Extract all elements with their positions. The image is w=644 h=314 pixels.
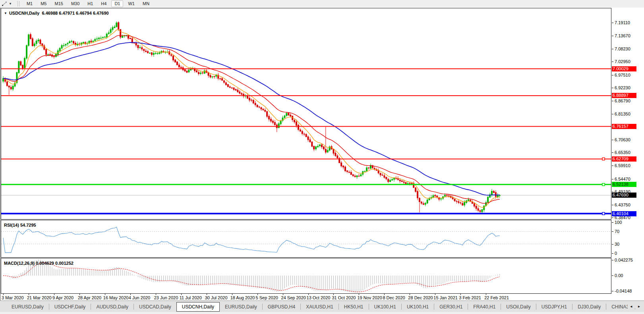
main-price-panel[interactable]: ▼USDCNH,Daily 6.46988 6.47971 6.46794 6.… [1,8,611,219]
date-label: 5 Sep 2020 [256,295,278,300]
tab-usdcnh-daily[interactable]: USDCNH,Daily [176,302,220,312]
timeframe-button-M5[interactable]: M5 [37,0,50,7]
rsi-line [3,227,500,252]
tab-xauusd-h1[interactable]: XAUUSD,H1 [301,302,338,312]
rsi-axis-tick: 0 [615,251,617,256]
date-label: 4 Jun 2020 [129,295,150,300]
axis-tick-mark [612,114,613,114]
price-axis-tick: 6.86790 [615,98,630,103]
date-tick-mark [79,294,80,295]
macd-axis-tick: -0.04148 [615,289,632,293]
date-label: 3 Feb 2021 [459,295,481,300]
tab-usdjpy-h1[interactable]: USDJPY,H1 [536,302,572,312]
date-label: 13 Oct 2020 [307,295,331,300]
date-tick-mark [54,294,54,295]
axis-tick-mark [612,205,613,205]
price-line-label-6.47690[interactable]: 6.47690 [612,193,636,198]
date-tick-mark [359,294,359,295]
tab-usoil-daily[interactable]: USOil,Daily [501,302,536,312]
axis-tick-mark [612,88,613,88]
timeframe-button-MN[interactable]: MN [139,0,153,7]
tab-gbpusd-h4[interactable]: GBPUSD,H4 [263,302,300,312]
date-label: 28 Apr 2020 [78,295,101,300]
axis-tick-mark [612,49,613,49]
tab-uk100-h1[interactable]: UK100,H1 [369,302,401,312]
date-label: 8 Dec 2020 [383,295,405,300]
axis-tick-mark [612,218,613,218]
macd-indicator-panel[interactable]: MACD(12,26,9) 0.004629 0.001252 [1,258,611,293]
chart-window: ▼USDCNH,Daily 6.46988 6.47971 6.46794 6.… [0,8,644,301]
candlestick-chart [1,8,611,219]
tab-scroll-arrows[interactable]: ◂ ▸ [628,304,642,308]
date-tick-mark [3,294,4,295]
date-tick-mark [207,294,207,295]
tab-uk100-h1[interactable]: UK100,H1 [402,302,434,312]
price-line-label-7.00029[interactable]: 7.00029 [612,66,636,71]
timeframe-button-W1[interactable]: W1 [125,0,138,7]
tab-usdchf-daily[interactable]: USDCHF,Daily [49,302,91,312]
price-axis-tick: 6.43750 [615,202,630,207]
tab-hk50-h1[interactable]: HK50,H1 [339,302,369,312]
price-line-label-6.40104[interactable]: 6.40104 [612,211,636,216]
date-label: 24 Sep 2020 [281,295,306,300]
price-line-label-6.88897[interactable]: 6.88897 [612,93,636,98]
date-tick-mark [486,294,486,295]
price-axis-tick: 7.19110 [615,20,630,25]
price-axis-tick: 6.81350 [615,112,630,116]
timeframe-button-D1[interactable]: D1 [111,0,123,7]
axis-tick-mark [612,179,613,179]
tab-eurusd-daily[interactable]: EURUSD,Daily [6,302,49,312]
tab-usdcad-daily[interactable]: USDCAD,Daily [134,302,176,312]
status-bar [0,312,644,314]
tab-fra40-h1[interactable]: FRA40,H1 [468,302,501,312]
chart-ohlc-values: 6.46988 6.47971 6.46794 6.47690 [42,11,108,15]
price-axis-tick: 7.02950 [615,59,630,64]
axis-tick-mark [612,231,613,232]
timeframe-button-H4[interactable]: H4 [98,0,110,7]
timeframe-button-M30[interactable]: M30 [68,0,83,7]
macd-chart [1,258,611,293]
price-line-label-6.76157[interactable]: 6.76157 [612,124,636,129]
timeframe-button-M15[interactable]: M15 [51,0,66,7]
date-tick-mark [410,294,410,295]
date-tick-mark [105,294,105,295]
price-line-label-6.52138[interactable]: 6.52138 [612,182,636,187]
rsi-label: RSI(14) 54.7295 [4,223,36,227]
chevron-down-icon[interactable]: ▼ [9,2,12,6]
date-label: 22 Feb 2021 [484,295,509,300]
toolbar-grip[interactable] [17,1,19,6]
price-line-label-6.62709[interactable]: 6.62709 [612,156,636,162]
price-axis-tick: 6.97510 [615,73,630,77]
tab-eurusd-daily[interactable]: EURUSD,Daily [220,302,262,312]
chart-tab-bar: EURUSD,DailyUSDCHF,DailyAUDUSD,DailyUSDC… [0,301,644,312]
macd-label: MACD(12,26,9) 0.004629 0.001252 [4,261,73,266]
price-axis[interactable]: 7.191107.136707.082307.029506.975106.922… [612,8,644,301]
date-tick-mark [232,294,232,295]
line-handle[interactable] [602,158,605,160]
line-handle[interactable] [602,212,605,215]
axis-tick-mark [612,166,613,166]
line-studies-tool[interactable]: ▼ [0,1,14,7]
date-label: 19 Nov 2020 [357,295,382,300]
axis-tick-mark [612,152,613,153]
price-axis-tick: 7.08230 [615,46,630,51]
axis-tick-mark [612,23,613,23]
price-axis-tick: 6.59910 [615,163,630,168]
date-tick-mark [435,294,435,295]
date-tick-mark [283,294,283,295]
tab-ger30-h1[interactable]: GER30,H1 [434,302,468,312]
date-tick-mark [29,294,29,295]
timeframe-button-H1[interactable]: H1 [84,0,96,7]
macd-axis-tick: 0.042275 [615,258,633,262]
time-axis[interactable]: 3 Mar 202021 Mar 20209 Apr 202028 Apr 20… [1,294,611,301]
axis-tick-mark [612,244,613,245]
timeframe-button-M1[interactable]: M1 [23,0,36,7]
tab-audusd-daily[interactable]: AUDUSD,Daily [91,302,133,312]
macd-axis-tick: 0.00 [615,273,623,278]
rsi-indicator-panel[interactable]: RSI(14) 54.7295 [1,220,611,257]
line-handle[interactable] [602,183,605,186]
tab-dj30-daily[interactable]: DJ30,Daily [572,302,606,312]
chart-menu-arrow-icon[interactable]: ▼ [4,12,7,15]
price-axis-tick: 6.54470 [615,177,630,181]
axis-tick-mark [612,140,613,140]
